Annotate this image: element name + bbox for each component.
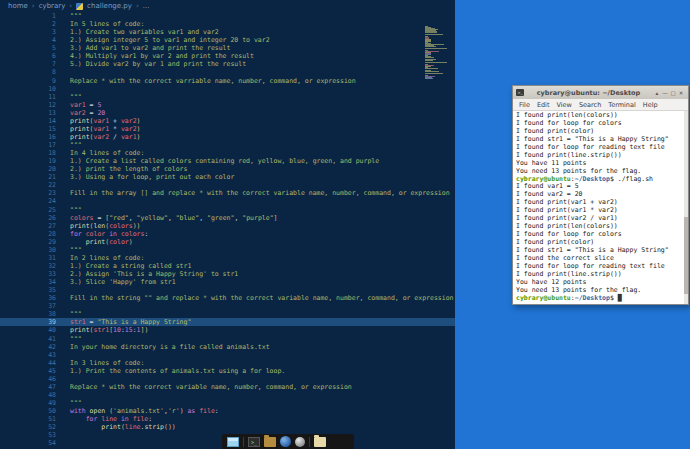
code-line[interactable]: 27print(len(colors)) xyxy=(0,222,455,230)
code-line-text xyxy=(56,197,70,205)
line-number: 5 xyxy=(0,44,56,52)
code-line[interactable]: 213.) Using a for loop, print out each c… xyxy=(0,173,455,181)
code-line[interactable]: 25""" xyxy=(0,206,455,214)
code-line[interactable]: 14print(var1 + var2) xyxy=(0,117,455,125)
breadcrumb-filename[interactable]: challenge.py xyxy=(87,2,132,10)
code-line[interactable]: 26colors = ["red", "yellow", "blue", "gr… xyxy=(0,214,455,222)
line-number: 32 xyxy=(0,262,56,270)
code-line[interactable]: 1""" xyxy=(0,12,455,20)
line-number: 20 xyxy=(0,165,56,173)
code-line[interactable]: 22 xyxy=(0,181,455,189)
code-line[interactable]: 43 xyxy=(0,351,455,359)
menu-view[interactable]: View xyxy=(556,101,571,109)
line-number: 9 xyxy=(0,77,56,85)
code-line-text: 5.) Divide var2 by var 1 and print the r… xyxy=(56,60,246,68)
code-line[interactable]: 451.) Print the contents of animals.txt … xyxy=(0,367,455,375)
terminal-body[interactable]: I found print(len(colors))I found for lo… xyxy=(513,111,688,304)
folder-icon-light[interactable] xyxy=(314,437,326,447)
minimap[interactable] xyxy=(425,26,449,81)
code-line[interactable]: 10 xyxy=(0,85,455,93)
minimize-button[interactable]: — xyxy=(661,89,669,97)
code-line[interactable]: 42.) Assign integer 5 to var1 and intege… xyxy=(0,36,455,44)
line-number: 16 xyxy=(0,133,56,141)
line-number: 12 xyxy=(0,101,56,109)
code-line[interactable]: 41""" xyxy=(0,335,455,343)
code-line-text: """ xyxy=(56,310,82,318)
breadcrumb-separator: › xyxy=(136,2,139,10)
code-line-text: Fill in the array [] and replace * with … xyxy=(56,189,450,197)
code-line[interactable]: 48 xyxy=(0,391,455,399)
code-line[interactable]: 75.) Divide var2 by var 1 and print the … xyxy=(0,60,455,68)
breadcrumb-home[interactable]: home xyxy=(8,2,28,10)
menu-help[interactable]: Help xyxy=(643,101,658,109)
breadcrumb-more[interactable]: ... xyxy=(143,2,150,10)
code-line[interactable]: 31.) Create two variables var1 and var2 xyxy=(0,28,455,36)
code-line[interactable]: 18In 4 lines of code: xyxy=(0,149,455,157)
terminal-scroll-handle[interactable] xyxy=(684,217,688,294)
terminal-scrollbar[interactable] xyxy=(684,111,688,304)
code-line[interactable]: 15print(var1 * var2) xyxy=(0,125,455,133)
code-line[interactable]: 42In your home directory is a file calle… xyxy=(0,343,455,351)
desktop: home › cybrary › challenge.py › ... 1"""… xyxy=(0,0,690,449)
code-line[interactable]: 39str1 = "This is a Happy String" xyxy=(0,318,455,326)
sphere-icon[interactable] xyxy=(295,437,305,447)
code-line[interactable]: 50with open ('animals.txt','r') as file: xyxy=(0,407,455,415)
code-line[interactable]: 46 xyxy=(0,375,455,383)
code-line[interactable]: 47Replace * with the correct variable na… xyxy=(0,383,455,391)
line-number: 48 xyxy=(0,391,56,399)
code-line[interactable]: 29 print(color) xyxy=(0,238,455,246)
terminal-titlebar[interactable]: >_ cybrary@ubuntu: ~/Desktop ▴—▢✕ xyxy=(513,86,688,99)
browser-globe-icon[interactable] xyxy=(280,436,291,447)
code-line[interactable]: 11""" xyxy=(0,93,455,101)
line-number: 43 xyxy=(0,351,56,359)
code-line[interactable]: 9Replace * with the correct varriable na… xyxy=(0,77,455,85)
window-icon[interactable] xyxy=(227,437,239,447)
breadcrumb-cybrary[interactable]: cybrary xyxy=(39,2,66,10)
code-line[interactable]: 23Fill in the array [] and replace * wit… xyxy=(0,189,455,197)
code-line[interactable]: 31In 2 lines of code: xyxy=(0,254,455,262)
code-line[interactable]: 44In 3 lines of code: xyxy=(0,359,455,367)
code-line[interactable]: 51 for line in file: xyxy=(0,415,455,423)
menu-edit[interactable]: Edit xyxy=(537,101,550,109)
folder-icon[interactable] xyxy=(264,437,276,447)
code-line[interactable]: 8 xyxy=(0,68,455,76)
code-line[interactable]: 13var2 = 20 xyxy=(0,109,455,117)
line-number: 47 xyxy=(0,383,56,391)
code-line[interactable]: 2In 5 lines of code: xyxy=(0,20,455,28)
code-line[interactable]: 28for color in colors: xyxy=(0,230,455,238)
code-line[interactable]: 38""" xyxy=(0,310,455,318)
code-line[interactable]: 16print(var2 / var1) xyxy=(0,133,455,141)
python-file-icon xyxy=(76,3,83,10)
code-line[interactable]: 343.) Slice 'Happy' from str1 xyxy=(0,278,455,286)
code-line[interactable]: 202.) print the length of colors xyxy=(0,165,455,173)
shade-button[interactable]: ▴ xyxy=(653,89,661,97)
code-line-text: for line in file: xyxy=(56,415,152,423)
code-line[interactable]: 40print(str1[10:15:1]) xyxy=(0,326,455,334)
code-line[interactable]: 49""" xyxy=(0,399,455,407)
code-line[interactable]: 321.) Create a string called str1 xyxy=(0,262,455,270)
code-line[interactable]: 332.) Assign 'This is a Happy String' to… xyxy=(0,270,455,278)
code-line[interactable]: 35 xyxy=(0,286,455,294)
terminal-icon[interactable]: >_ xyxy=(248,437,260,447)
code-line[interactable]: 191.) Create a list called colors contai… xyxy=(0,157,455,165)
code-line[interactable]: 12var1 = 5 xyxy=(0,101,455,109)
menu-search[interactable]: Search xyxy=(579,101,601,109)
terminal-window: >_ cybrary@ubuntu: ~/Desktop ▴—▢✕ FileEd… xyxy=(512,85,689,305)
code-line[interactable]: 52 print(line.strip()) xyxy=(0,423,455,431)
code-line[interactable]: 30""" xyxy=(0,246,455,254)
line-number: 33 xyxy=(0,270,56,278)
code-line-text: print(str1[10:15:1]) xyxy=(56,326,148,334)
code-line[interactable]: 37 xyxy=(0,302,455,310)
code-line[interactable]: 53.) Add var1 to var2 and print the resu… xyxy=(0,44,455,52)
code-line[interactable]: 17""" xyxy=(0,141,455,149)
code-line[interactable]: 24 xyxy=(0,197,455,205)
code-lines: 1"""2In 5 lines of code:31.) Create two … xyxy=(0,12,455,447)
code-line-text: """ xyxy=(56,206,82,214)
close-button[interactable]: ✕ xyxy=(677,89,685,97)
menu-terminal[interactable]: Terminal xyxy=(608,101,635,109)
code-line[interactable]: 36Fill in the string "" and replace * wi… xyxy=(0,294,455,302)
code-area[interactable]: 1"""2In 5 lines of code:31.) Create two … xyxy=(0,12,455,447)
menu-file[interactable]: File xyxy=(519,101,530,109)
maximize-button[interactable]: ▢ xyxy=(669,89,677,97)
code-line[interactable]: 64.) Multiply var1 by var 2 and print th… xyxy=(0,52,455,60)
